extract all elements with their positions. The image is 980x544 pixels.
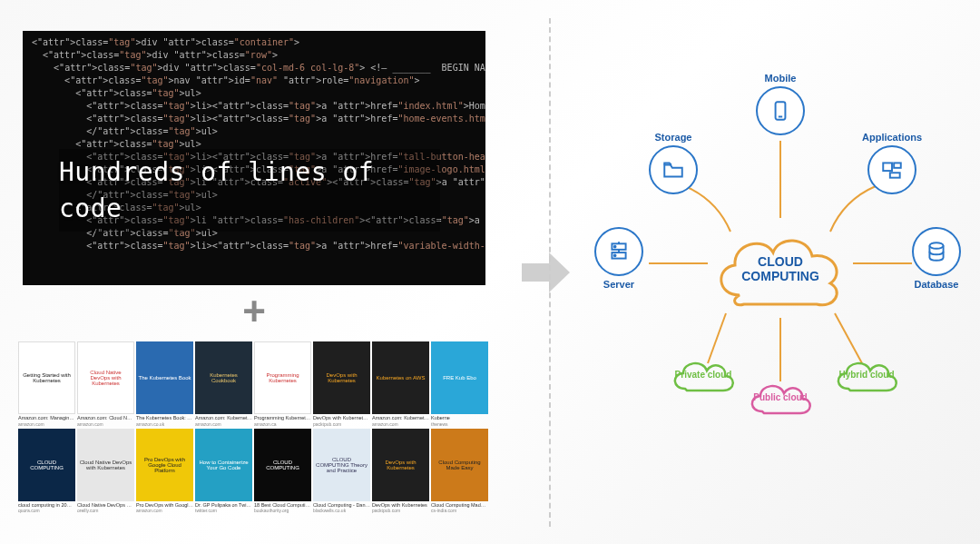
- book-source: packtpub.com: [372, 508, 429, 513]
- book-item: DevOps with KubernetesDevOps with Kubern…: [313, 341, 370, 426]
- arrow-right-icon: [517, 245, 572, 300]
- book-cover: CLOUD COMPUTING: [254, 429, 311, 501]
- book-cover: Cloud Computing Made Easy: [431, 429, 488, 501]
- storage-icon: [649, 145, 698, 194]
- book-item: Getting Started with KubernetesAmazon.co…: [18, 341, 75, 426]
- server-icon: [594, 227, 643, 276]
- cloud-center-label: CLOUD COMPUTING: [708, 254, 853, 283]
- book-cover: CLOUD COMPUTING Theory and Practice: [313, 429, 370, 501]
- svg-rect-3: [883, 163, 892, 171]
- node-applications-label: Applications: [862, 132, 922, 143]
- book-item: How to Containerize Your Go CodeDr. GP P…: [195, 429, 252, 513]
- book-item: FRE Kub EboKubernethenews: [431, 341, 488, 426]
- book-source: packtpub.com: [313, 421, 370, 427]
- book-cover: FRE Kub Ebo: [431, 341, 488, 414]
- book-cover: DevOps with Kubernetes: [372, 429, 429, 501]
- mini-cloud-private: Private cloud: [667, 354, 740, 398]
- node-mobile: Mobile: [756, 73, 805, 135]
- dashed-divider: [549, 18, 551, 527]
- book-item: Cloud Computing Made EasyCloud Computing…: [431, 429, 488, 513]
- book-source: oreilly.com: [77, 508, 134, 513]
- svg-rect-5: [890, 173, 900, 177]
- node-server-label: Server: [603, 279, 634, 290]
- book-source: amazon.com: [372, 421, 429, 427]
- svg-point-10: [929, 242, 943, 249]
- cloud-label-line1: CLOUD: [758, 254, 803, 269]
- node-mobile-label: Mobile: [765, 73, 797, 84]
- book-source: amazon.com: [77, 421, 134, 427]
- plus-icon: +: [242, 289, 266, 334]
- node-applications: Applications: [862, 132, 922, 194]
- cloud-small-icon: [744, 377, 817, 420]
- node-database: Database: [912, 227, 961, 290]
- slide: <"attr">class="tag">div "attr">class="co…: [0, 0, 980, 544]
- applications-icon: [867, 145, 916, 194]
- book-item: Pro DevOps with Google Cloud PlatformPro…: [136, 429, 193, 513]
- cloud-small-icon: [830, 354, 903, 398]
- book-cover: Kubernetes on AWS: [372, 341, 429, 414]
- cloud-center: CLOUD COMPUTING: [708, 218, 853, 318]
- book-source: amazon.com: [195, 421, 252, 427]
- book-cover: Cloud Native DevOps with Kubernetes: [77, 429, 134, 501]
- book-item: CLOUD COMPUTINGcloud computing in 20…quo…: [18, 429, 75, 513]
- svg-point-8: [614, 245, 616, 247]
- node-database-label: Database: [915, 279, 959, 290]
- book-source: amazon.ca: [254, 421, 311, 427]
- book-source: amazon.co.uk: [136, 421, 193, 427]
- book-cover: How to Containerize Your Go Code: [195, 429, 252, 501]
- node-storage: Storage: [649, 132, 698, 194]
- book-source: thenews: [431, 421, 488, 427]
- node-server: Server: [594, 227, 643, 290]
- node-storage-label: Storage: [655, 132, 692, 143]
- book-item: The Kubernetes BookThe Kubernetes Book: …: [136, 341, 193, 426]
- book-item: DevOps with KubernetesDevOps with Kubern…: [372, 429, 429, 513]
- book-cover: Cloud Native DevOps with Kubernetes: [77, 341, 134, 414]
- book-item: Cloud Native DevOps with KubernetesAmazo…: [77, 341, 134, 426]
- book-cover: DevOps with Kubernetes: [313, 341, 370, 414]
- book-cover: Kubernetes Cookbook: [195, 341, 252, 414]
- book-source: amazon.com: [136, 508, 193, 513]
- book-item: Kubernetes on AWSAmazon.com: Kubernetes …: [372, 341, 429, 426]
- cloud-small-icon: [667, 354, 740, 398]
- book-cover: Pro DevOps with Google Cloud Platform: [136, 429, 193, 501]
- book-source: blackwells.co.uk: [313, 508, 370, 513]
- book-source: bookauthority.org: [254, 508, 311, 513]
- mini-cloud-hybrid: Hybrid cloud: [830, 354, 903, 398]
- svg-marker-0: [522, 252, 570, 292]
- book-item: Cloud Native DevOps with KubernetesCloud…: [77, 429, 134, 513]
- cloud-computing-diagram: CLOUD COMPUTING Mobile Storage Applicati…: [599, 82, 962, 463]
- mobile-icon: [756, 86, 805, 135]
- database-icon: [912, 227, 961, 276]
- book-cover: CLOUD COMPUTING: [18, 429, 75, 501]
- right-column: CLOUD COMPUTING Mobile Storage Applicati…: [599, 82, 962, 463]
- book-source: quora.com: [18, 508, 75, 513]
- book-item: Kubernetes CookbookAmazon.com: Kubernete…: [195, 341, 252, 426]
- book-source: amazon.com: [18, 421, 75, 427]
- book-item: CLOUD COMPUTING18 Best Cloud Computi…boo…: [254, 429, 311, 513]
- book-cover: The Kubernetes Book: [136, 341, 193, 414]
- cloud-label-line2: COMPUTING: [741, 269, 819, 283]
- code-overlay-text: Hundreds of lines of code: [59, 149, 440, 231]
- svg-rect-4: [894, 163, 901, 167]
- book-source: cs-india.com: [431, 508, 488, 513]
- left-column: <"attr">class="tag">div "attr">class="co…: [18, 31, 490, 512]
- book-item: Programming KubernetesProgramming Kubern…: [254, 341, 311, 426]
- book-cover: Getting Started with Kubernetes: [18, 341, 75, 414]
- book-source: twitter.com: [195, 508, 252, 513]
- mini-cloud-public: Public cloud: [744, 377, 817, 420]
- book-cover: Programming Kubernetes: [254, 341, 311, 414]
- svg-point-9: [614, 254, 616, 256]
- book-item: CLOUD COMPUTING Theory and PracticeCloud…: [313, 429, 370, 513]
- books-grid: Getting Started with KubernetesAmazon.co…: [18, 341, 490, 512]
- code-screenshot: <"attr">class="tag">div "attr">class="co…: [23, 31, 485, 285]
